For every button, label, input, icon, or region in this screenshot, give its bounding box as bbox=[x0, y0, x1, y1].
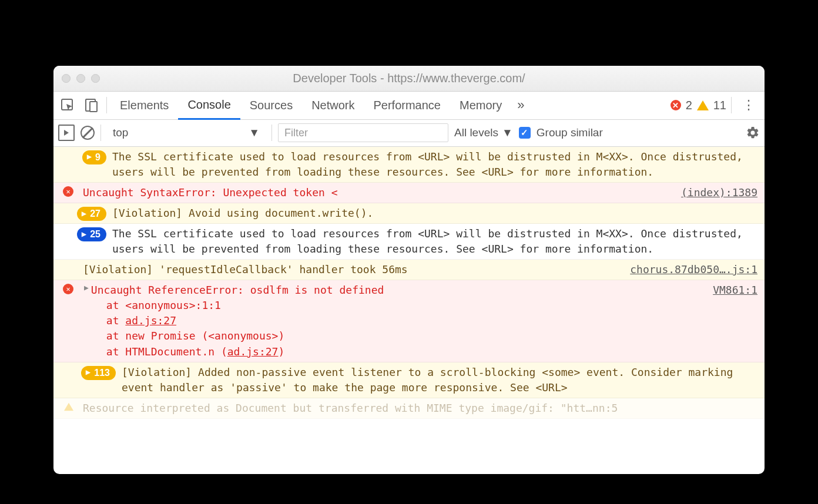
tab-memory[interactable]: Memory bbox=[450, 91, 511, 119]
separator bbox=[106, 97, 107, 113]
warning-count: 11 bbox=[713, 99, 726, 112]
expand-caret-icon[interactable]: ▶ bbox=[84, 283, 89, 359]
inspect-element-icon[interactable] bbox=[56, 93, 79, 117]
more-menu-icon[interactable]: ⋮ bbox=[735, 98, 762, 113]
group-count-badge[interactable]: ▶ 27 bbox=[77, 207, 106, 221]
error-count: 2 bbox=[686, 99, 692, 112]
log-entry-info[interactable]: ▶ 25 The SSL certificate used to load re… bbox=[53, 224, 765, 260]
badge-count: 113 bbox=[94, 366, 110, 379]
devtools-window: Developer Tools - https://www.theverge.c… bbox=[53, 66, 765, 474]
log-source[interactable]: VM861:1 bbox=[663, 283, 757, 359]
log-message: The SSL certificate used to load resourc… bbox=[112, 149, 757, 180]
source-link[interactable]: ad.js:27 bbox=[125, 314, 176, 327]
console-settings-icon[interactable] bbox=[746, 126, 760, 140]
log-entry-warning[interactable]: [Violation] 'requestIdleCallback' handle… bbox=[53, 260, 765, 280]
context-value: top bbox=[113, 126, 128, 139]
console-toolbar: top ▼ Filter All levels ▼ ✓ Group simila… bbox=[53, 120, 765, 147]
execution-context-select[interactable]: top ▼ bbox=[107, 124, 266, 142]
expand-caret-icon: ▶ bbox=[87, 153, 92, 162]
warning-icon bbox=[64, 403, 73, 411]
issue-counters[interactable]: ✕ 2 11 bbox=[671, 99, 728, 112]
log-message: Resource interpreted as Document but tra… bbox=[83, 401, 757, 416]
source-link[interactable]: ad.js:27 bbox=[227, 345, 279, 358]
filter-placeholder: Filter bbox=[284, 127, 308, 139]
log-entry-warning[interactable]: ▶ 27 [Violation] Avoid using document.wr… bbox=[53, 203, 765, 224]
log-entry-warning[interactable]: ▶ 9 The SSL certificate used to load res… bbox=[53, 147, 765, 183]
log-message: The SSL certificate used to load resourc… bbox=[112, 226, 757, 257]
expand-caret-icon: ▶ bbox=[82, 210, 86, 219]
clear-console-icon[interactable] bbox=[81, 126, 95, 140]
tab-performance[interactable]: Performance bbox=[364, 91, 451, 119]
log-message: [Violation] Avoid using document.write()… bbox=[112, 206, 757, 221]
log-entry-warning[interactable]: Resource interpreted as Document but tra… bbox=[53, 398, 765, 419]
log-entry-warning[interactable]: ▶ 113 [Violation] Added non-passive even… bbox=[53, 362, 765, 398]
tab-network[interactable]: Network bbox=[302, 91, 364, 119]
log-entry-error[interactable]: ✕ Uncaught SyntaxError: Unexpected token… bbox=[53, 183, 765, 203]
minimize-window-button[interactable] bbox=[76, 74, 85, 83]
expand-caret-icon: ▶ bbox=[86, 368, 90, 377]
error-icon: ✕ bbox=[63, 186, 73, 197]
log-message: [Violation] Added non-passive event list… bbox=[122, 365, 757, 395]
stack-trace: at <anonymous>:1:1 at ad.js:27 at new Pr… bbox=[91, 298, 663, 359]
window-titlebar: Developer Tools - https://www.theverge.c… bbox=[53, 66, 765, 92]
chevron-down-icon: ▼ bbox=[249, 126, 260, 139]
console-log[interactable]: ▶ 9 The SSL certificate used to load res… bbox=[53, 147, 765, 474]
device-toolbar-icon[interactable] bbox=[79, 93, 103, 117]
log-message: Uncaught ReferenceError: osdlfm is not d… bbox=[91, 284, 384, 296]
zoom-window-button[interactable] bbox=[91, 74, 100, 83]
log-message: Uncaught SyntaxError: Unexpected token < bbox=[83, 185, 663, 200]
badge-count: 25 bbox=[90, 227, 100, 241]
log-source[interactable]: (index):1389 bbox=[663, 185, 757, 200]
error-icon: ✕ bbox=[671, 100, 681, 110]
svg-rect-2 bbox=[90, 102, 97, 112]
tabs-overflow-icon[interactable]: » bbox=[511, 98, 530, 113]
error-icon: ✕ bbox=[63, 284, 73, 294]
traffic-lights bbox=[62, 74, 100, 83]
warning-icon bbox=[697, 100, 709, 110]
chevron-down-icon: ▼ bbox=[502, 126, 513, 139]
group-similar-label: Group similar bbox=[537, 126, 603, 139]
filter-input[interactable]: Filter bbox=[278, 123, 448, 142]
devtools-tabstrip: Elements Console Sources Network Perform… bbox=[53, 92, 765, 120]
group-count-badge[interactable]: ▶ 9 bbox=[82, 150, 106, 164]
group-count-badge[interactable]: ▶ 25 bbox=[77, 227, 106, 241]
separator bbox=[100, 125, 101, 141]
group-count-badge[interactable]: ▶ 113 bbox=[81, 366, 116, 380]
separator bbox=[271, 125, 272, 141]
tab-console[interactable]: Console bbox=[178, 92, 240, 120]
tab-sources[interactable]: Sources bbox=[240, 91, 302, 119]
expand-caret-icon: ▶ bbox=[82, 230, 86, 239]
log-message: [Violation] 'requestIdleCallback' handle… bbox=[83, 262, 621, 277]
separator bbox=[731, 97, 732, 113]
tab-elements[interactable]: Elements bbox=[110, 91, 178, 119]
log-entry-error[interactable]: ✕ ▶ Uncaught ReferenceError: osdlfm is n… bbox=[53, 280, 765, 362]
badge-count: 27 bbox=[90, 207, 100, 220]
sidebar-toggle-icon[interactable] bbox=[58, 125, 75, 141]
badge-count: 9 bbox=[95, 150, 100, 164]
close-window-button[interactable] bbox=[62, 74, 71, 83]
window-title: Developer Tools - https://www.theverge.c… bbox=[53, 72, 765, 85]
log-levels-select[interactable]: All levels ▼ bbox=[454, 126, 513, 139]
log-source[interactable]: chorus.87db050….js:1 bbox=[621, 262, 757, 277]
group-similar-checkbox[interactable]: ✓ bbox=[519, 127, 531, 139]
levels-label: All levels bbox=[454, 126, 498, 139]
